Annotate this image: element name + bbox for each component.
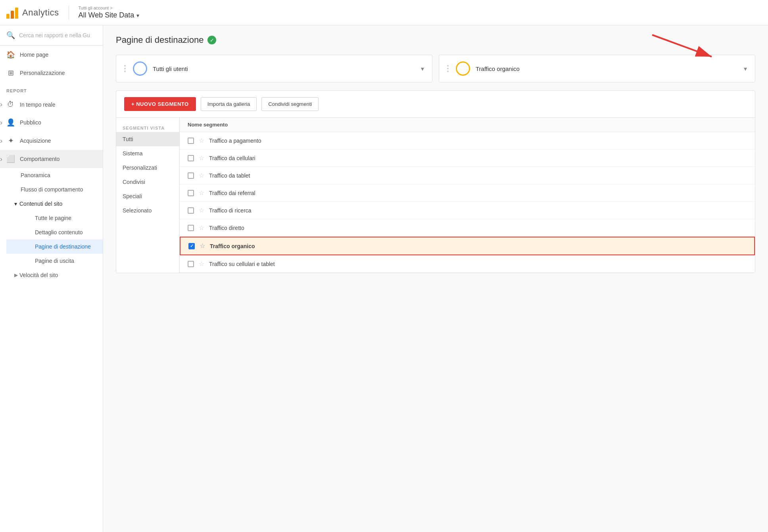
breadcrumb-main[interactable]: All Web Site Data ▾ xyxy=(79,11,140,19)
star-3[interactable]: ☆ xyxy=(199,189,204,197)
breadcrumb-chevron: ▾ xyxy=(136,12,139,19)
checkbox-0[interactable] xyxy=(188,138,194,144)
sidebar-label-velocita: Velocità del sito xyxy=(19,272,58,278)
sidebar-item-destinazione[interactable]: Pagine di destinazione xyxy=(6,239,103,254)
sidebar-search[interactable]: 🔍 Cerca nei rapporti e nella Gu xyxy=(0,25,103,46)
star-4[interactable]: ☆ xyxy=(199,207,204,214)
segment-panel-body: SEGMENTI VISTA Tutti Sistema Personalizz… xyxy=(116,118,755,273)
sidebar-item-realtime[interactable]: ⏱ In tempo reale xyxy=(0,96,103,113)
checkbox-4[interactable] xyxy=(188,207,194,214)
sidebar-label-homepage: Home page xyxy=(20,52,48,58)
category-tutti[interactable]: Tutti xyxy=(116,132,179,146)
sidebar-label-flusso: Flusso di comportamento xyxy=(21,186,83,193)
sidebar-item-panoramica[interactable]: Panoramica xyxy=(0,168,103,182)
layout: 🔍 Cerca nei rapporti e nella Gu 🏠 Home p… xyxy=(0,25,768,532)
search-icon: 🔍 xyxy=(6,31,15,40)
label-uscita: Pagine di uscita xyxy=(35,258,74,264)
checkbox-5[interactable] xyxy=(188,225,194,231)
sidebar-label-personalizzazione: Personalizzazione xyxy=(20,70,65,76)
segment1-label: Tutti gli utenti xyxy=(153,65,415,72)
segment-list: Nome segmento ☆ Traffico a pagamento ☆ T… xyxy=(180,118,755,273)
logo-bar-1 xyxy=(6,14,10,19)
star-5[interactable]: ☆ xyxy=(199,224,204,232)
share-button[interactable]: Condividi segmenti xyxy=(261,97,319,111)
segment-card-1[interactable]: Tutti gli utenti ▾ xyxy=(116,55,432,82)
page-header: Pagine di destinazione ✓ xyxy=(116,35,755,45)
sidebar-item-acquisizione[interactable]: ✦ Acquisizione xyxy=(0,132,103,150)
sidebar-item-dettaglio[interactable]: Dettaglio contenuto xyxy=(6,225,103,239)
segment-row-7[interactable]: ☆ Traffico su cellulari e tablet xyxy=(180,255,755,273)
segment-circle-orange xyxy=(456,61,470,76)
segment-categories: SEGMENTI VISTA Tutti Sistema Personalizz… xyxy=(116,118,180,273)
category-condivisi[interactable]: Condivisi xyxy=(116,175,179,189)
segments-row: Tutti gli utenti ▾ Traffico organico ▾ xyxy=(116,55,755,82)
sidebar-label-contenuti: Contenuti del sito xyxy=(19,201,62,207)
segment-row-4[interactable]: ☆ Traffico di ricerca xyxy=(180,202,755,219)
label-dettaglio: Dettaglio contenuto xyxy=(35,229,83,235)
star-2[interactable]: ☆ xyxy=(199,172,204,179)
sidebar-item-pubblico[interactable]: 👤 Pubblico xyxy=(0,113,103,132)
checkbox-1[interactable] xyxy=(188,155,194,161)
sidebar-item-flusso[interactable]: Flusso di comportamento xyxy=(0,182,103,197)
segment-row-5[interactable]: ☆ Traffico diretto xyxy=(180,219,755,237)
sidebar-item-tutte-pagine[interactable]: Tutte le pagine xyxy=(6,211,103,225)
segment-row-6[interactable]: ✓ ☆ Traffico organico xyxy=(180,237,755,255)
logo-bars xyxy=(6,7,18,19)
segment-name-1: Traffico da cellulari xyxy=(209,155,255,161)
new-segment-button[interactable]: + NUOVO SEGMENTO xyxy=(124,97,196,111)
logo: Analytics xyxy=(6,7,59,19)
import-button[interactable]: Importa da galleria xyxy=(201,97,257,111)
checkbox-6[interactable]: ✓ xyxy=(188,243,195,249)
breadcrumb-top: Tutti gli account > xyxy=(79,6,140,10)
category-personalizzati[interactable]: Personalizzati xyxy=(116,161,179,175)
segment-row-1[interactable]: ☆ Traffico da cellulari xyxy=(180,149,755,167)
category-speciali[interactable]: Speciali xyxy=(116,189,179,203)
segment-row-2[interactable]: ☆ Traffico da tablet xyxy=(180,167,755,184)
sidebar-label-comportamento: Comportamento xyxy=(20,156,60,162)
sidebar-item-homepage[interactable]: 🏠 Home page xyxy=(0,46,103,64)
star-7[interactable]: ☆ xyxy=(199,260,204,268)
breadcrumb-main-text: All Web Site Data xyxy=(79,11,134,19)
segments-area: Tutti gli utenti ▾ Traffico organico ▾ xyxy=(116,55,755,82)
sidebar-item-uscita[interactable]: Pagine di uscita xyxy=(6,254,103,268)
sidebar-item-velocita[interactable]: ▶ Velocità del sito xyxy=(0,268,103,282)
segment-name-4: Traffico di ricerca xyxy=(209,207,252,214)
app-title: Analytics xyxy=(22,8,59,18)
segment-name-5: Traffico diretto xyxy=(209,225,244,231)
sidebar: 🔍 Cerca nei rapporti e nella Gu 🏠 Home p… xyxy=(0,25,103,532)
segment-row-0[interactable]: ☆ Traffico a pagamento xyxy=(180,132,755,149)
logo-bar-3 xyxy=(15,8,18,19)
sidebar-item-personalizzazione[interactable]: ⊞ Personalizzazione xyxy=(0,64,103,82)
star-1[interactable]: ☆ xyxy=(199,154,204,162)
checkbox-2[interactable] xyxy=(188,172,194,179)
category-selezionato[interactable]: Selezionato xyxy=(116,203,179,218)
contenuti-arrow: ▾ xyxy=(14,201,17,207)
contenuti-children: Tutte le pagine Dettaglio contenuto Pagi… xyxy=(0,211,103,268)
header: Analytics Tutti gli account > All Web Si… xyxy=(0,0,768,25)
segment-panel: + NUOVO SEGMENTO Importa da galleria Con… xyxy=(116,90,755,273)
sidebar-item-comportamento[interactable]: ⬜ Comportamento xyxy=(0,150,103,168)
sidebar-label-pubblico: Pubblico xyxy=(20,119,41,126)
segment-row-3[interactable]: ☆ Traffico dai referral xyxy=(180,184,755,202)
home-icon: 🏠 xyxy=(6,50,15,59)
category-sistema[interactable]: Sistema xyxy=(116,146,179,161)
label-tutte-pagine: Tutte le pagine xyxy=(35,215,71,221)
sidebar-label-realtime: In tempo reale xyxy=(20,101,56,108)
logo-bar-2 xyxy=(11,11,14,19)
segment-circle-blue xyxy=(133,61,147,76)
label-destinazione: Pagine di destinazione xyxy=(35,243,91,250)
segment-name-6: Traffico organico xyxy=(210,243,255,249)
sidebar-item-contenuti[interactable]: ▾ Contenuti del sito xyxy=(0,197,103,211)
star-6[interactable]: ☆ xyxy=(200,242,205,250)
checkbox-7[interactable] xyxy=(188,261,194,267)
segment-name-2: Traffico da tablet xyxy=(209,172,250,179)
realtime-icon: ⏱ xyxy=(6,100,15,109)
star-0[interactable]: ☆ xyxy=(199,137,204,144)
breadcrumb: Tutti gli account > All Web Site Data ▾ xyxy=(79,6,140,19)
segment-card-2[interactable]: Traffico organico ▾ xyxy=(439,55,755,82)
acquisition-icon: ✦ xyxy=(6,136,15,145)
checkbox-3[interactable] xyxy=(188,190,194,196)
segment-name-0: Traffico a pagamento xyxy=(209,138,261,144)
breadcrumb-top-text: Tutti gli account > xyxy=(79,6,113,10)
customize-icon: ⊞ xyxy=(6,69,15,77)
